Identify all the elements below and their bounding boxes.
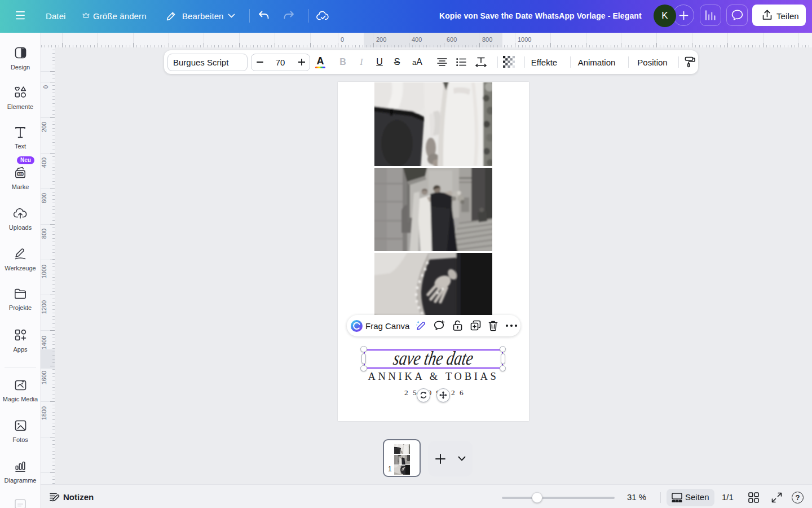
svg-text:co: co xyxy=(18,172,22,176)
